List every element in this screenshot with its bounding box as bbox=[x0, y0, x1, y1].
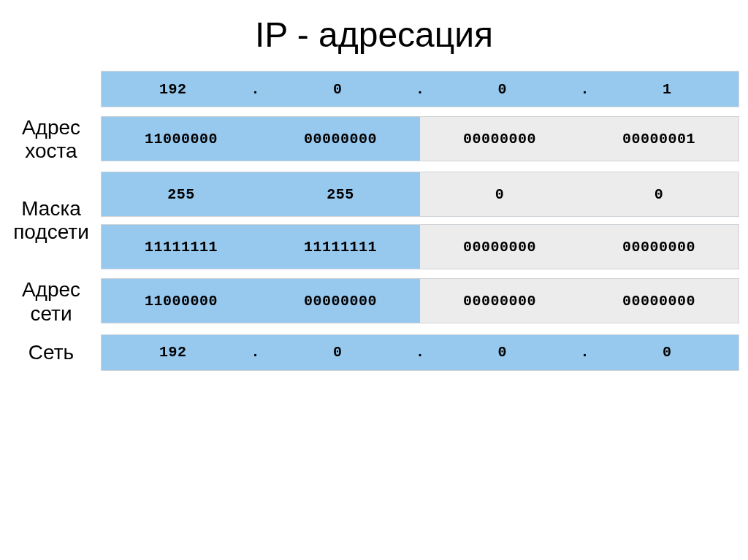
network-octet-3: 0 bbox=[431, 335, 574, 370]
mask-bin-1: 11111111 bbox=[102, 225, 261, 269]
mask-bin-3: 00000000 bbox=[420, 225, 579, 269]
dot-icon: . bbox=[574, 72, 596, 107]
dot-icon: . bbox=[574, 335, 596, 370]
mask-row: Маска подсети 255 255 0 0 11111111 11111… bbox=[9, 172, 739, 269]
dot-icon: . bbox=[245, 72, 267, 107]
mask-dec-3: 0 bbox=[420, 172, 579, 216]
mask-label-line2: подсети bbox=[13, 220, 89, 244]
net-label: Адрес сети bbox=[9, 278, 94, 325]
ip-decimal-bar: 192 . 0 . 0 . 1 bbox=[101, 71, 739, 107]
network-label-text: Сеть bbox=[28, 341, 74, 364]
host-bin-4: 00000001 bbox=[579, 117, 739, 161]
mask-binary-bar: 11111111 11111111 00000000 00000000 bbox=[101, 224, 739, 269]
ip-octet-1: 192 bbox=[102, 72, 245, 107]
diagram-content: 192 . 0 . 0 . 1 Адрес хоста 11000000 000… bbox=[0, 71, 748, 371]
host-row: Адрес хоста 11000000 00000000 00000000 0… bbox=[9, 116, 739, 163]
net-bin-1: 11000000 bbox=[102, 279, 261, 323]
ip-octet-4: 1 bbox=[596, 72, 739, 107]
mask-dec-4: 0 bbox=[579, 172, 739, 216]
host-bin-1: 11000000 bbox=[102, 117, 261, 161]
label-spacer bbox=[9, 71, 94, 107]
network-octet-2: 0 bbox=[267, 335, 410, 370]
mask-label: Маска подсети bbox=[9, 172, 94, 269]
mask-decimal-bar: 255 255 0 0 bbox=[101, 172, 739, 217]
dot-icon: . bbox=[245, 335, 267, 370]
ip-octet-2: 0 bbox=[267, 72, 410, 107]
dot-icon: . bbox=[409, 72, 431, 107]
mask-label-line1: Маска bbox=[21, 197, 81, 220]
host-label-line1: Адрес bbox=[22, 116, 80, 139]
network-label: Сеть bbox=[9, 334, 94, 371]
net-label-line2: сети bbox=[30, 302, 72, 326]
mask-bin-4: 00000000 bbox=[579, 225, 739, 269]
dot-icon: . bbox=[409, 335, 431, 370]
host-bin-3: 00000000 bbox=[420, 117, 579, 161]
mask-dec-2: 255 bbox=[261, 172, 420, 216]
host-binary-bar: 11000000 00000000 00000000 00000001 bbox=[101, 116, 739, 161]
ip-decimal-row: 192 . 0 . 0 . 1 bbox=[9, 71, 739, 107]
host-bin-2: 00000000 bbox=[261, 117, 420, 161]
net-bin-4: 00000000 bbox=[579, 279, 739, 323]
net-binary-bar: 11000000 00000000 00000000 00000000 bbox=[101, 278, 739, 323]
network-decimal-bar: 192 . 0 . 0 . 0 bbox=[101, 334, 739, 371]
mask-bin-2: 11111111 bbox=[261, 225, 420, 269]
net-row: Адрес сети 11000000 00000000 00000000 00… bbox=[9, 278, 739, 325]
host-label: Адрес хоста bbox=[9, 116, 94, 163]
network-row: Сеть 192 . 0 . 0 . 0 bbox=[9, 334, 739, 371]
slide: IP - адресация 192 . 0 . 0 . 1 Адрес bbox=[0, 0, 748, 560]
network-octet-4: 0 bbox=[596, 335, 739, 370]
page-title: IP - адресация bbox=[0, 15, 748, 55]
net-label-line1: Адрес bbox=[22, 278, 80, 302]
ip-octet-3: 0 bbox=[431, 72, 574, 107]
host-label-line2: хоста bbox=[25, 139, 77, 163]
network-octet-1: 192 bbox=[102, 335, 245, 370]
net-bin-2: 00000000 bbox=[261, 279, 420, 323]
mask-dec-1: 255 bbox=[102, 172, 261, 216]
net-bin-3: 00000000 bbox=[420, 279, 579, 323]
